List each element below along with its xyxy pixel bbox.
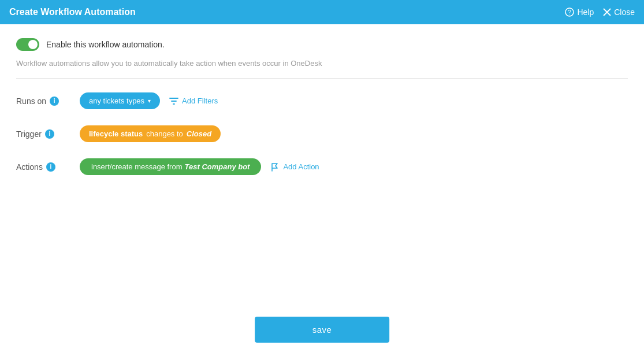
close-icon bbox=[603, 8, 611, 16]
actions-label-col: Actions i bbox=[16, 162, 80, 172]
chevron-down-icon: ▾ bbox=[148, 98, 151, 104]
trigger-info-icon[interactable]: i bbox=[45, 129, 54, 139]
runs-on-controls: any tickets types ▾ Add Filters bbox=[80, 92, 218, 109]
toggle-row: Enable this workflow automation. bbox=[16, 38, 628, 51]
filter-icon bbox=[169, 97, 178, 106]
help-circle-icon: ? bbox=[565, 8, 574, 17]
runs-on-badge-text: any tickets types bbox=[89, 97, 144, 105]
help-label: Help bbox=[577, 8, 594, 17]
enable-toggle[interactable] bbox=[16, 38, 39, 51]
description-text: Workflow automations allow you to automa… bbox=[16, 59, 628, 68]
runs-on-row: Runs on i any tickets types ▾ Add Filter… bbox=[16, 92, 628, 109]
action-key: insert/create message from bbox=[91, 162, 183, 171]
add-filters-button[interactable]: Add Filters bbox=[169, 97, 218, 106]
toggle-label: Enable this workflow automation. bbox=[46, 40, 165, 49]
add-filters-label: Add Filters bbox=[182, 97, 218, 105]
actions-info-icon[interactable]: i bbox=[46, 162, 55, 172]
actions-controls: insert/create message from Test Company … bbox=[80, 158, 319, 175]
flag-icon bbox=[270, 162, 280, 172]
add-action-button[interactable]: Add Action bbox=[270, 162, 319, 172]
actions-label: Actions bbox=[16, 162, 43, 172]
actions-row: Actions i insert/create message from Tes… bbox=[16, 158, 628, 175]
save-btn-container: save bbox=[255, 317, 390, 343]
close-button[interactable]: Close bbox=[603, 8, 635, 17]
runs-on-label: Runs on bbox=[16, 97, 46, 106]
trigger-label: Trigger bbox=[16, 129, 42, 139]
runs-on-badge-button[interactable]: any tickets types ▾ bbox=[80, 92, 160, 109]
trigger-controls: lifecycle status changes to Closed bbox=[80, 125, 221, 142]
divider bbox=[16, 78, 628, 79]
svg-text:?: ? bbox=[568, 9, 572, 16]
runs-on-label-col: Runs on i bbox=[16, 97, 80, 106]
trigger-label-col: Trigger i bbox=[16, 129, 80, 139]
toggle-slider bbox=[16, 38, 39, 51]
header: Create Workflow Automation ? Help Close bbox=[0, 0, 644, 24]
action-value: Test Company bot bbox=[185, 162, 250, 171]
content-area: Enable this workflow automation. Workflo… bbox=[0, 24, 644, 205]
page-title: Create Workflow Automation bbox=[9, 7, 136, 17]
header-actions: ? Help Close bbox=[565, 8, 635, 17]
trigger-row: Trigger i lifecycle status changes to Cl… bbox=[16, 125, 628, 142]
help-button[interactable]: ? Help bbox=[565, 8, 594, 17]
save-button[interactable]: save bbox=[255, 317, 390, 343]
runs-on-info-icon[interactable]: i bbox=[50, 97, 59, 106]
trigger-separator: changes to bbox=[146, 129, 183, 138]
add-action-label: Add Action bbox=[283, 162, 319, 171]
action-badge-button[interactable]: insert/create message from Test Company … bbox=[80, 158, 261, 175]
trigger-value: Closed bbox=[187, 129, 211, 138]
trigger-key: lifecycle status bbox=[89, 129, 143, 138]
close-label: Close bbox=[614, 8, 635, 17]
trigger-badge-button[interactable]: lifecycle status changes to Closed bbox=[80, 125, 221, 142]
